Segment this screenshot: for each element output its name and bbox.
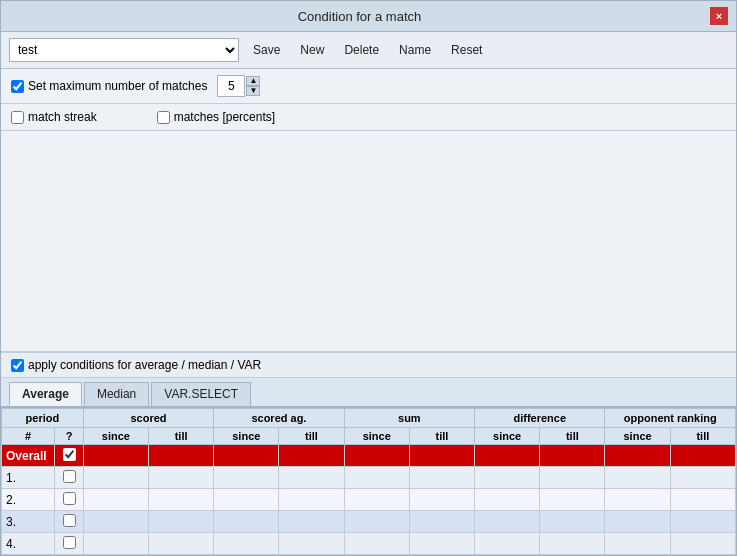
main-window: Condition for a match × test Save New De…	[0, 0, 737, 556]
col-header-opponent-ranking: opponent ranking	[605, 409, 736, 428]
row1-since-2	[214, 467, 279, 489]
row4-since-2	[214, 533, 279, 555]
row2-label: 2.	[2, 489, 55, 511]
window-title: Condition for a match	[9, 9, 710, 24]
overall-checkbox[interactable]	[63, 448, 76, 461]
matches-percents-checkbox[interactable]	[157, 111, 170, 124]
sub-header-till-2: till	[279, 428, 344, 445]
row4-checkbox[interactable]	[63, 536, 76, 549]
row2-till-5	[670, 489, 735, 511]
title-bar: Condition for a match ×	[1, 1, 736, 32]
col-header-scored-ag: scored ag.	[214, 409, 344, 428]
row3-since-2	[214, 511, 279, 533]
overall-label: Overall	[6, 449, 47, 463]
new-button[interactable]: New	[294, 41, 330, 59]
row3-label: 3.	[2, 511, 55, 533]
table-row-overall: Overall	[2, 445, 736, 467]
row2-since-1	[83, 489, 148, 511]
apply-conditions-label[interactable]: apply conditions for average / median / …	[11, 358, 726, 372]
apply-conditions-text: apply conditions for average / median / …	[28, 358, 261, 372]
row4-check-cell[interactable]	[55, 533, 83, 555]
save-button[interactable]: Save	[247, 41, 286, 59]
overall-till-5	[670, 445, 735, 467]
set-max-matches-label[interactable]: Set maximum number of matches	[11, 79, 207, 93]
row4-till-4	[540, 533, 605, 555]
matches-percents-label[interactable]: matches [percents]	[157, 110, 275, 124]
row4-till-3	[409, 533, 474, 555]
match-streak-text: match streak	[28, 110, 97, 124]
row2-till-1	[149, 489, 214, 511]
row4-till-2	[279, 533, 344, 555]
row4-till-1	[149, 533, 214, 555]
row3-checkbox[interactable]	[63, 514, 76, 527]
sub-header-since-1: since	[83, 428, 148, 445]
row1-since-4	[475, 467, 540, 489]
preset-dropdown[interactable]: test	[9, 38, 239, 62]
sub-header-till-1: till	[149, 428, 214, 445]
row1-since-5	[605, 467, 670, 489]
row2-since-5	[605, 489, 670, 511]
table-row-3: 3.	[2, 511, 736, 533]
checkboxes-row: match streak matches [percents]	[1, 104, 736, 131]
sub-header-till-4: till	[540, 428, 605, 445]
row1-till-5	[670, 467, 735, 489]
row4-since-5	[605, 533, 670, 555]
empty-area	[1, 131, 736, 352]
row1-till-2	[279, 467, 344, 489]
row2-till-3	[409, 489, 474, 511]
row2-since-2	[214, 489, 279, 511]
col-header-difference: difference	[475, 409, 605, 428]
sub-header-since-4: since	[475, 428, 540, 445]
tab-average[interactable]: Average	[9, 382, 82, 406]
row3-since-5	[605, 511, 670, 533]
max-matches-input[interactable]	[217, 75, 245, 97]
match-streak-label[interactable]: match streak	[11, 110, 97, 124]
col-header-sum: sum	[344, 409, 474, 428]
row3-check-cell[interactable]	[55, 511, 83, 533]
row2-since-4	[475, 489, 540, 511]
row1-check-cell[interactable]	[55, 467, 83, 489]
row3-till-3	[409, 511, 474, 533]
row3-till-1	[149, 511, 214, 533]
row1-since-1	[83, 467, 148, 489]
overall-since-3	[344, 445, 409, 467]
row2-till-4	[540, 489, 605, 511]
overall-label-cell: Overall	[2, 445, 55, 467]
set-max-matches-text: Set maximum number of matches	[28, 79, 207, 93]
sub-header-till-5: till	[670, 428, 735, 445]
table-row-4: 4.	[2, 533, 736, 555]
match-streak-checkbox[interactable]	[11, 111, 24, 124]
overall-till-4	[540, 445, 605, 467]
tab-median[interactable]: Median	[84, 382, 149, 406]
row4-label: 4.	[2, 533, 55, 555]
set-max-matches-checkbox[interactable]	[11, 80, 24, 93]
row2-since-3	[344, 489, 409, 511]
apply-conditions-checkbox[interactable]	[11, 359, 24, 372]
name-button[interactable]: Name	[393, 41, 437, 59]
row2-checkbox[interactable]	[63, 492, 76, 505]
spin-down-button[interactable]: ▼	[246, 86, 260, 96]
sub-header-since-2: since	[214, 428, 279, 445]
row1-checkbox[interactable]	[63, 470, 76, 483]
row3-till-5	[670, 511, 735, 533]
row2-check-cell[interactable]	[55, 489, 83, 511]
options-row-1: Set maximum number of matches ▲ ▼	[1, 69, 736, 104]
delete-button[interactable]: Delete	[338, 41, 385, 59]
sub-header-since-5: since	[605, 428, 670, 445]
overall-since-1	[83, 445, 148, 467]
row3-till-2	[279, 511, 344, 533]
table-row-1: 1.	[2, 467, 736, 489]
overall-since-5	[605, 445, 670, 467]
spin-up-button[interactable]: ▲	[246, 76, 260, 86]
sub-headers-row: # ? since till since till since till sin…	[2, 428, 736, 445]
row4-since-1	[83, 533, 148, 555]
close-button[interactable]: ×	[710, 7, 728, 25]
row4-till-5	[670, 533, 735, 555]
overall-till-3	[409, 445, 474, 467]
tab-var-select[interactable]: VAR.SELECT	[151, 382, 251, 406]
row4-since-4	[475, 533, 540, 555]
col-header-scored: scored	[83, 409, 213, 428]
reset-button[interactable]: Reset	[445, 41, 488, 59]
overall-check-cell[interactable]	[55, 445, 83, 467]
overall-since-4	[475, 445, 540, 467]
